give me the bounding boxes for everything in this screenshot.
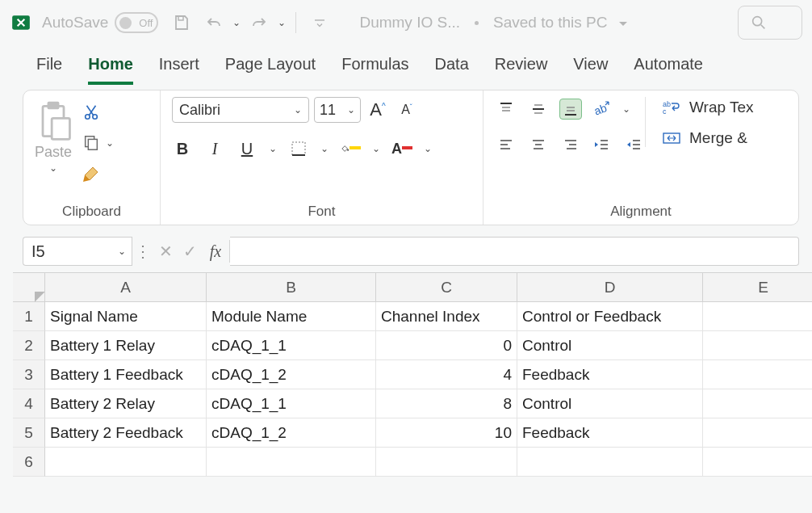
cell-e3[interactable] [703, 360, 812, 389]
align-right-button[interactable] [559, 134, 582, 155]
tab-formulas[interactable]: Formulas [341, 55, 408, 85]
cell-a1[interactable]: Signal Name [45, 302, 207, 331]
tab-home[interactable]: Home [88, 55, 133, 85]
redo-button[interactable] [245, 9, 273, 36]
cell-d4[interactable]: Control [517, 389, 703, 418]
chevron-down-icon: ⌄ [294, 104, 302, 116]
formula-bar-options[interactable]: ⋮ [136, 237, 150, 266]
cell-a6[interactable] [45, 448, 207, 477]
tab-review[interactable]: Review [495, 55, 548, 85]
col-header-c[interactable]: C [376, 273, 517, 302]
wrap-text-button[interactable]: abc Wrap Tex [662, 99, 754, 116]
paste-button[interactable]: Paste ⌄ [35, 97, 72, 174]
font-name-dropdown[interactable]: Calibri ⌄ [172, 97, 309, 123]
row-header-6[interactable]: 6 [13, 448, 45, 477]
cancel-icon[interactable]: ✕ [153, 237, 178, 266]
cell-c2[interactable]: 0 [376, 331, 517, 360]
ribbon-group-font: Calibri ⌄ 11 ⌄ A^ Aˇ B I U ⌄ [161, 90, 483, 225]
cell-e4[interactable] [703, 389, 812, 418]
tab-page-layout[interactable]: Page Layout [225, 55, 316, 85]
cell-e2[interactable] [703, 331, 812, 360]
formula-input[interactable] [230, 237, 799, 266]
cell-b2[interactable]: cDAQ_1_1 [207, 331, 376, 360]
underline-button[interactable]: U [236, 137, 257, 160]
chevron-down-icon[interactable]: ⌄ [372, 143, 380, 154]
align-center-button[interactable] [527, 134, 550, 155]
row-header-3[interactable]: 3 [13, 360, 45, 389]
qat-overflow-button[interactable] [306, 9, 333, 36]
font-size-dropdown[interactable]: 11 ⌄ [314, 97, 361, 123]
cell-b4[interactable]: cDAQ_1_1 [207, 389, 376, 418]
chevron-down-icon[interactable]: ⌄ [622, 103, 630, 115]
cell-c6[interactable] [376, 448, 517, 477]
cell-d2[interactable]: Control [517, 331, 703, 360]
undo-chevron-icon[interactable]: ⌄ [232, 17, 241, 28]
copy-button[interactable] [80, 132, 103, 153]
chevron-down-icon[interactable]: ⌄ [106, 137, 114, 149]
undo-button[interactable] [200, 9, 228, 36]
name-box[interactable]: I5 [23, 237, 111, 266]
cell-d3[interactable]: Feedback [517, 360, 703, 389]
cell-e6[interactable] [703, 448, 812, 477]
orientation-button[interactable]: ab [590, 99, 613, 120]
document-title[interactable]: Dummy IO S... Saved to this PC [359, 14, 626, 32]
col-header-a[interactable]: A [45, 273, 207, 302]
select-all-corner[interactable] [13, 273, 45, 302]
name-box-dropdown[interactable]: ⌄ [111, 237, 132, 266]
save-icon[interactable] [168, 9, 195, 36]
chevron-down-icon[interactable]: ⌄ [269, 143, 277, 154]
merge-center-button[interactable]: Merge & [662, 129, 754, 147]
cell-e1[interactable] [703, 302, 812, 331]
decrease-indent-button[interactable] [590, 134, 613, 155]
tab-insert[interactable]: Insert [159, 55, 199, 85]
tab-view[interactable]: View [573, 55, 608, 85]
font-color-button[interactable]: A [391, 137, 412, 160]
chevron-down-icon[interactable]: ⌄ [424, 143, 432, 154]
col-header-b[interactable]: B [207, 273, 376, 302]
cell-c3[interactable]: 4 [376, 360, 517, 389]
align-bottom-button[interactable] [559, 99, 582, 120]
row-header-5[interactable]: 5 [13, 418, 45, 448]
align-middle-button[interactable] [527, 99, 550, 120]
increase-indent-button[interactable] [622, 134, 645, 155]
col-header-e[interactable]: E [703, 273, 812, 302]
cell-b5[interactable]: cDAQ_1_2 [207, 418, 376, 448]
cell-c4[interactable]: 8 [376, 389, 517, 418]
cell-d5[interactable]: Feedback [517, 418, 703, 448]
cut-button[interactable] [80, 102, 103, 123]
row-header-2[interactable]: 2 [13, 331, 45, 360]
fx-button[interactable]: fx [202, 242, 229, 261]
col-header-d[interactable]: D [517, 273, 703, 302]
chevron-down-icon[interactable]: ⌄ [320, 143, 329, 154]
tab-data[interactable]: Data [435, 55, 469, 85]
cell-a3[interactable]: Battery 1 Feedback [45, 360, 207, 389]
cell-d6[interactable] [517, 448, 703, 477]
cell-e5[interactable] [703, 418, 812, 448]
italic-button[interactable]: I [204, 137, 225, 160]
row-header-1[interactable]: 1 [13, 302, 45, 331]
align-top-button[interactable] [495, 99, 517, 120]
cell-b3[interactable]: cDAQ_1_2 [207, 360, 376, 389]
autosave-toggle[interactable]: Off [115, 12, 158, 33]
cell-c1[interactable]: Channel Index [376, 302, 517, 331]
tab-file[interactable]: File [36, 55, 62, 85]
tab-automate[interactable]: Automate [634, 55, 703, 85]
search-box[interactable] [738, 6, 802, 40]
row-header-4[interactable]: 4 [13, 389, 45, 418]
cell-b6[interactable] [207, 448, 376, 477]
cell-d1[interactable]: Control or Feedback [517, 302, 703, 331]
cell-c5[interactable]: 10 [376, 418, 517, 448]
format-painter-button[interactable] [80, 163, 103, 184]
redo-chevron-icon[interactable]: ⌄ [278, 17, 286, 28]
shrink-font-button[interactable]: Aˇ [395, 97, 419, 123]
align-left-button[interactable] [495, 134, 517, 155]
fill-color-button[interactable] [340, 137, 361, 160]
bold-button[interactable]: B [172, 137, 193, 160]
grow-font-button[interactable]: A^ [366, 97, 390, 123]
borders-button[interactable] [288, 137, 309, 160]
cell-b1[interactable]: Module Name [207, 302, 376, 331]
cell-a2[interactable]: Battery 1 Relay [45, 331, 207, 360]
enter-icon[interactable]: ✓ [178, 237, 202, 266]
cell-a5[interactable]: Battery 2 Feedback [45, 418, 207, 448]
cell-a4[interactable]: Battery 2 Relay [45, 389, 207, 418]
